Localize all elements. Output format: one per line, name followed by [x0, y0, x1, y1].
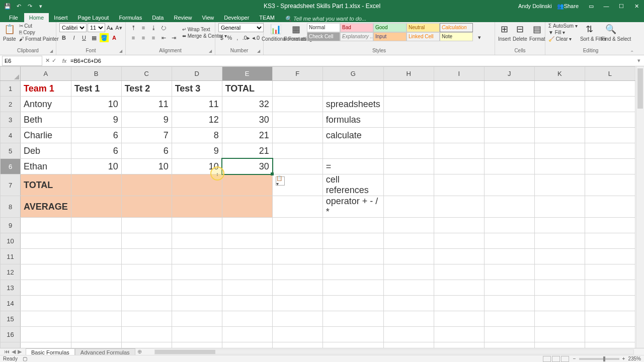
- qa-custom-icon[interactable]: ▾: [36, 2, 45, 11]
- cell-style-neutral[interactable]: Neutral: [407, 23, 440, 32]
- border-button[interactable]: ▦: [90, 33, 99, 42]
- cell-A10[interactable]: [21, 233, 71, 249]
- cell-D1[interactable]: Test 3: [172, 81, 222, 97]
- cell-K7[interactable]: [534, 174, 585, 196]
- cell-B1[interactable]: Test 1: [71, 81, 121, 97]
- tab-view[interactable]: View: [197, 13, 219, 22]
- tab-formulas[interactable]: Formulas: [114, 13, 147, 22]
- cell-G4[interactable]: calculate: [323, 128, 383, 143]
- cell-L4[interactable]: [585, 128, 635, 143]
- cell-H1[interactable]: [383, 81, 434, 97]
- cell-F3[interactable]: [272, 112, 323, 128]
- cell-L1[interactable]: [585, 81, 635, 97]
- cell-D14[interactable]: [172, 296, 222, 311]
- zoom-slider[interactable]: [579, 358, 619, 360]
- cell-style-input[interactable]: Input: [373, 32, 407, 41]
- cell-G12[interactable]: [323, 264, 383, 280]
- cell-J10[interactable]: [484, 233, 534, 249]
- paste-options-icon[interactable]: 📋▾: [276, 176, 285, 186]
- vertical-scrollbar[interactable]: [636, 66, 644, 348]
- cell-G5[interactable]: [323, 143, 383, 159]
- cell-F10[interactable]: [272, 233, 323, 249]
- cell-A12[interactable]: [21, 264, 71, 280]
- cell-C8[interactable]: [121, 196, 172, 218]
- cell-style-check-cell[interactable]: Check Cell: [307, 32, 340, 41]
- cell-L5[interactable]: [585, 143, 635, 159]
- cell-C5[interactable]: 6: [121, 143, 172, 159]
- find-select-button[interactable]: 🔍Find & Select: [602, 23, 620, 42]
- row-header-16[interactable]: 16: [1, 327, 21, 342]
- collapse-ribbon-icon[interactable]: ⌃: [630, 50, 634, 55]
- cell-I13[interactable]: [434, 280, 484, 296]
- zoom-level[interactable]: 235%: [628, 356, 641, 361]
- cell-C15[interactable]: [121, 311, 172, 327]
- font-color-button[interactable]: A: [110, 33, 119, 42]
- zoom-in-icon[interactable]: +: [622, 356, 625, 361]
- sort-filter-button[interactable]: ⇅Sort & Filter: [581, 23, 599, 42]
- tell-me-input[interactable]: 🔍 Tell me what you want to do...: [285, 16, 366, 22]
- cell-F17[interactable]: [272, 342, 323, 348]
- cell-I9[interactable]: [434, 218, 484, 233]
- cell-B13[interactable]: [71, 280, 121, 296]
- cell-J9[interactable]: [484, 218, 534, 233]
- cell-F8[interactable]: [272, 196, 323, 218]
- row-header-8[interactable]: 8: [1, 196, 21, 218]
- cell-K10[interactable]: [534, 233, 585, 249]
- cell-A2[interactable]: Antony: [21, 97, 71, 112]
- cell-C1[interactable]: Test 2: [121, 81, 172, 97]
- cell-L12[interactable]: [585, 264, 635, 280]
- cell-L2[interactable]: [585, 97, 635, 112]
- dialog-launcher-icon[interactable]: ◢: [257, 49, 262, 54]
- align-middle-icon[interactable]: ≡: [139, 23, 148, 32]
- cell-J3[interactable]: [484, 112, 534, 128]
- cell-A16[interactable]: [21, 327, 71, 342]
- cell-F16[interactable]: [272, 327, 323, 342]
- redo-icon[interactable]: ↷: [25, 2, 34, 11]
- cell-K8[interactable]: [534, 196, 585, 218]
- cell-G2[interactable]: spreadsheets: [323, 97, 383, 112]
- clear-button[interactable]: 🧹 Clear ▾: [548, 36, 578, 42]
- underline-button[interactable]: U: [79, 33, 89, 42]
- cell-E14[interactable]: [222, 296, 272, 311]
- cell-H15[interactable]: [383, 311, 434, 327]
- align-bottom-icon[interactable]: ⭳: [149, 23, 158, 32]
- sheet-nav-first-icon[interactable]: ⏮: [4, 348, 10, 355]
- cell-K4[interactable]: [534, 128, 585, 143]
- cell-A4[interactable]: Charlie: [21, 128, 71, 143]
- cell-H9[interactable]: [383, 218, 434, 233]
- page-break-view-icon[interactable]: [561, 356, 569, 362]
- fill-button[interactable]: ▼ Fill ▾: [548, 30, 578, 35]
- percent-icon[interactable]: %: [226, 33, 233, 42]
- cell-E4[interactable]: 21: [222, 128, 272, 143]
- cell-C2[interactable]: 11: [121, 97, 172, 112]
- cell-D17[interactable]: [172, 342, 222, 348]
- cell-G6[interactable]: =: [323, 159, 383, 174]
- cell-B4[interactable]: 6: [71, 128, 121, 143]
- cell-J4[interactable]: [484, 128, 534, 143]
- cell-G10[interactable]: [323, 233, 383, 249]
- cell-D4[interactable]: 8: [172, 128, 222, 143]
- cell-A13[interactable]: [21, 280, 71, 296]
- cell-L9[interactable]: [585, 218, 635, 233]
- cell-D13[interactable]: [172, 280, 222, 296]
- cell-I10[interactable]: [434, 233, 484, 249]
- cell-E17[interactable]: [222, 342, 272, 348]
- cell-E8[interactable]: [222, 196, 272, 218]
- cell-D11[interactable]: [172, 249, 222, 264]
- cell-A7[interactable]: TOTAL: [21, 174, 71, 196]
- cell-D16[interactable]: [172, 327, 222, 342]
- row-header-14[interactable]: 14: [1, 296, 21, 311]
- dialog-launcher-icon[interactable]: ◢: [209, 49, 214, 54]
- cell-E5[interactable]: 21: [222, 143, 272, 159]
- dialog-launcher-icon[interactable]: ◢: [119, 49, 124, 54]
- cell-C6[interactable]: 10: [121, 159, 172, 174]
- normal-view-icon[interactable]: [543, 356, 551, 362]
- maximize-icon[interactable]: ☐: [614, 0, 629, 12]
- format-as-table-button[interactable]: ▦ Format as Table: [287, 23, 305, 42]
- row-header-9[interactable]: 9: [1, 218, 21, 233]
- cell-B8[interactable]: [71, 196, 121, 218]
- cell-style-linked-cell[interactable]: Linked Cell: [407, 32, 440, 41]
- cell-I5[interactable]: [434, 143, 484, 159]
- cell-H4[interactable]: [383, 128, 434, 143]
- cell-J1[interactable]: [484, 81, 534, 97]
